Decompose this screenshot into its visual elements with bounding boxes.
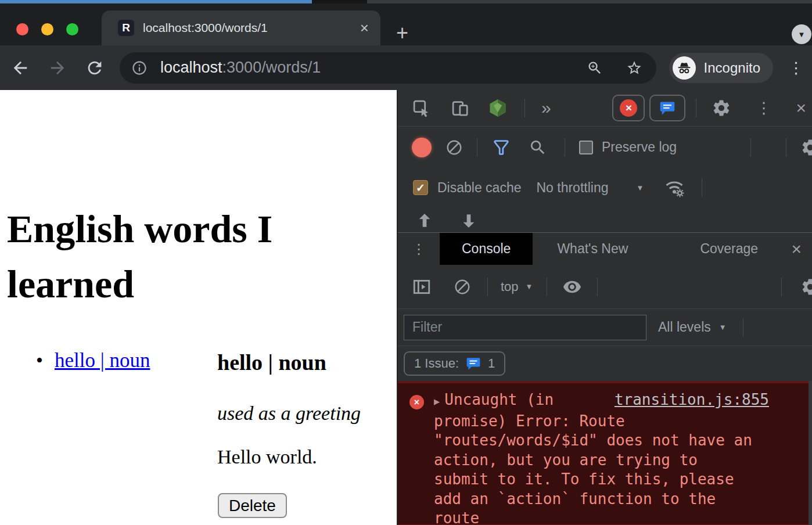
drawer-tab-bar: ⋮ Console What's New Coverage × — [398, 232, 812, 265]
clear-network-icon[interactable] — [445, 139, 463, 156]
zoom-in-icon[interactable] — [587, 60, 603, 76]
throttling-select[interactable]: No throttling — [536, 180, 608, 196]
delete-button[interactable]: Delete — [218, 493, 287, 518]
devtools-panel: » × ⋮ × Preserv — [397, 90, 812, 525]
issue-count: 1 — [488, 356, 495, 371]
remix-favicon: R — [118, 20, 134, 36]
issues-chat-icon — [659, 100, 676, 116]
site-info-icon[interactable] — [131, 60, 148, 76]
issue-chat-icon — [466, 356, 481, 371]
record-network-icon[interactable] — [412, 138, 432, 157]
word-link[interactable]: hello | noun — [55, 349, 150, 372]
error-source-link[interactable]: transition.js:855 — [615, 390, 769, 410]
tab-close-icon[interactable]: × — [360, 20, 369, 35]
word-list-item: • hello | noun — [36, 349, 150, 372]
bookmark-star-icon[interactable] — [626, 60, 642, 76]
incognito-icon — [673, 56, 696, 80]
browser-menu-icon[interactable]: ⋮ — [788, 59, 804, 77]
network-har-bar — [398, 207, 812, 232]
tab-search-button[interactable]: ▼ — [792, 24, 811, 44]
device-toolbar-icon[interactable] — [451, 99, 470, 118]
close-window-button[interactable] — [16, 23, 28, 35]
browser-window: R localhost:3000/words/1 × + ▼ localhost… — [0, 0, 812, 525]
issue-label: 1 Issue: — [414, 356, 459, 371]
error-icon: × — [409, 395, 424, 409]
page-title: English words I learned — [7, 202, 332, 312]
browser-tab[interactable]: R localhost:3000/words/1 × — [102, 10, 380, 45]
forward-icon[interactable] — [48, 58, 67, 78]
error-count-button[interactable]: × — [612, 95, 645, 121]
browser-toolbar: localhost:3000/words/1 Incognito ⋮ — [0, 45, 812, 90]
devtools-toolbar: » × ⋮ × — [398, 90, 812, 127]
error-badge-icon: × — [620, 99, 637, 117]
url-host: localhost — [160, 59, 222, 76]
clear-console-icon[interactable] — [454, 278, 471, 296]
search-icon[interactable] — [529, 138, 547, 157]
url-text[interactable]: localhost:3000/words/1 — [160, 59, 587, 77]
settings-gear-icon[interactable] — [712, 98, 731, 118]
disable-cache-checkbox[interactable]: ✓ — [413, 180, 428, 195]
devtools-close-icon[interactable]: × — [796, 98, 806, 118]
issue-counter-button[interactable]: 1 Issue: 1 — [404, 351, 505, 376]
preserve-log-label[interactable]: Preserve log — [602, 139, 677, 155]
drawer-close-icon[interactable]: × — [791, 239, 802, 259]
export-har-down-arrow-icon[interactable] — [459, 211, 478, 231]
filter-funnel-icon[interactable] — [491, 138, 511, 157]
inspect-element-icon[interactable] — [412, 99, 431, 118]
network-conditions-wifi-icon[interactable] — [663, 177, 685, 199]
live-expression-eye-icon[interactable] — [561, 276, 583, 298]
preserve-log-checkbox[interactable] — [579, 141, 593, 154]
devtools-menu-icon[interactable]: ⋮ — [756, 99, 771, 117]
word-definition: used as a greeting — [217, 402, 361, 425]
word-example: Hello world. — [217, 446, 317, 468]
tab-coverage[interactable]: Coverage — [676, 233, 782, 265]
disable-cache-label[interactable]: Disable cache — [437, 180, 521, 196]
console-settings-gear-icon[interactable] — [800, 277, 812, 297]
scrollbar-gutter[interactable] — [809, 381, 812, 525]
expand-triangle-icon[interactable]: ▶ — [434, 392, 440, 412]
console-toolbar: top ▼ — [398, 265, 812, 309]
macos-traffic-lights — [16, 23, 78, 35]
network-toolbar: Preserve log — [398, 127, 812, 168]
console-filter-input[interactable] — [404, 315, 646, 340]
new-tab-button[interactable]: + — [396, 21, 408, 45]
address-bar[interactable]: localhost:3000/words/1 — [120, 52, 656, 84]
maximize-window-button[interactable] — [66, 23, 78, 35]
log-levels-select[interactable]: All levels — [658, 319, 711, 335]
throttling-dropdown-icon[interactable]: ▼ — [636, 184, 644, 192]
network-conditions-bar: ✓ Disable cache No throttling ▼ — [398, 168, 812, 207]
incognito-label: Incognito — [704, 60, 760, 76]
word-detail-title: hello | noun — [217, 350, 326, 375]
error-text: ▶ Uncaught (in transition.js:855 promise… — [398, 383, 812, 525]
web-page: English words I learned • hello | noun h… — [0, 90, 397, 525]
list-bullet: • — [36, 350, 43, 372]
node-icon[interactable] — [487, 98, 508, 118]
context-dropdown-icon[interactable]: ▼ — [526, 282, 533, 291]
console-context-select[interactable]: top — [501, 279, 519, 294]
tab-bar: R localhost:3000/words/1 × + ▼ — [0, 3, 812, 45]
console-filter-bar: All levels ▼ — [398, 309, 812, 346]
tab-console[interactable]: Console — [440, 233, 533, 265]
issues-button[interactable] — [649, 95, 685, 121]
network-settings-gear-icon[interactable] — [800, 138, 812, 157]
url-path: :3000/words/1 — [222, 59, 321, 76]
import-har-up-arrow-icon[interactable] — [415, 211, 434, 231]
back-icon[interactable] — [10, 58, 30, 78]
levels-dropdown-icon[interactable]: ▼ — [719, 323, 727, 332]
incognito-badge: Incognito — [669, 53, 773, 83]
console-sidebar-toggle-icon[interactable] — [412, 277, 432, 297]
tab-whats-new[interactable]: What's New — [533, 233, 652, 265]
more-panels-icon[interactable]: » — [541, 98, 551, 118]
drawer-menu-icon[interactable]: ⋮ — [398, 241, 440, 257]
console-error-message[interactable]: × ▶ Uncaught (in transition.js:855 promi… — [398, 381, 812, 525]
issue-bar: 1 Issue: 1 — [398, 346, 812, 381]
minimize-window-button[interactable] — [41, 23, 53, 35]
tab-title: localhost:3000/words/1 — [143, 21, 360, 35]
reload-icon[interactable] — [85, 58, 105, 78]
